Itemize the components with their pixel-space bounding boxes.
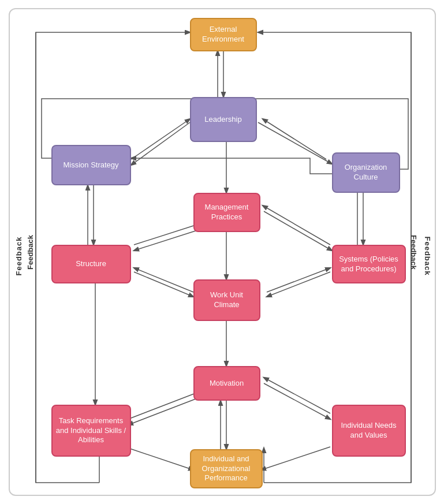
organization-culture-node: Organization Culture	[332, 152, 400, 193]
svg-line-24	[264, 383, 330, 419]
task-requirements-node: Task Requirements and Individual Skills …	[51, 405, 131, 457]
svg-line-14	[267, 272, 330, 297]
systems-node: Systems (Policies and Procedures)	[332, 245, 406, 283]
svg-line-2	[131, 122, 190, 165]
svg-line-12	[134, 272, 193, 297]
motivation-node: Motivation	[193, 366, 260, 401]
svg-line-15	[267, 268, 330, 292]
svg-line-5	[263, 119, 326, 159]
svg-line-3	[131, 119, 190, 159]
svg-line-22	[128, 395, 206, 425]
feedback-left-label: Feedback	[14, 237, 23, 276]
mission-strategy-node: Mission Strategy	[51, 145, 131, 185]
svg-line-4	[258, 122, 332, 164]
diagram-container: Feedback Feedback	[9, 8, 436, 496]
svg-line-13	[134, 268, 193, 292]
external-environment-node: External Environment	[190, 18, 257, 51]
performance-node: Individual and Organizational Performanc…	[190, 449, 263, 488]
individual-needs-node: Individual Needs and Values	[332, 405, 406, 457]
feedback-label-left: Feedback	[26, 235, 35, 270]
management-practices-node: Management Practices	[193, 193, 260, 232]
feedback-label-right: Feedback	[409, 235, 418, 270]
work-unit-climate-node: Work Unit Climate	[193, 279, 260, 321]
svg-line-29	[261, 447, 330, 470]
structure-node: Structure	[51, 245, 131, 283]
svg-line-25	[264, 378, 330, 413]
feedback-right-label: Feedback	[423, 237, 432, 276]
svg-line-28	[128, 448, 193, 470]
svg-line-10	[263, 206, 330, 245]
svg-line-9	[264, 211, 332, 251]
leadership-node: Leadership	[190, 97, 257, 142]
